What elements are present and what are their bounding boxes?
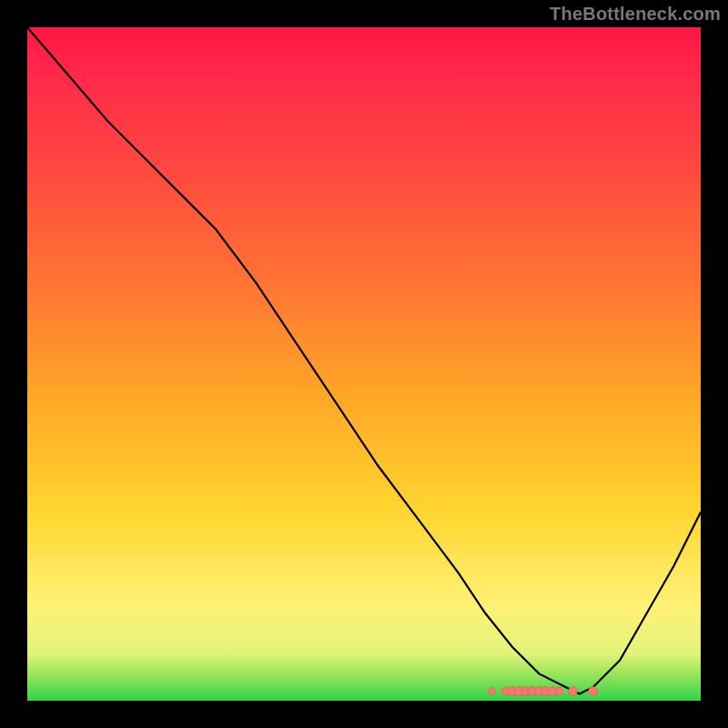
watermark-text: TheBottleneck.com (550, 4, 721, 25)
cluster-markers (489, 687, 598, 696)
chart-stage: TheBottleneck.com (0, 0, 728, 728)
cluster-marker (555, 687, 563, 695)
plot-area (27, 27, 701, 701)
cluster-marker (589, 687, 598, 696)
cluster-marker (489, 688, 496, 695)
series-svg (27, 27, 701, 701)
cluster-marker (568, 687, 577, 696)
bottleneck-curve-line (27, 27, 701, 694)
